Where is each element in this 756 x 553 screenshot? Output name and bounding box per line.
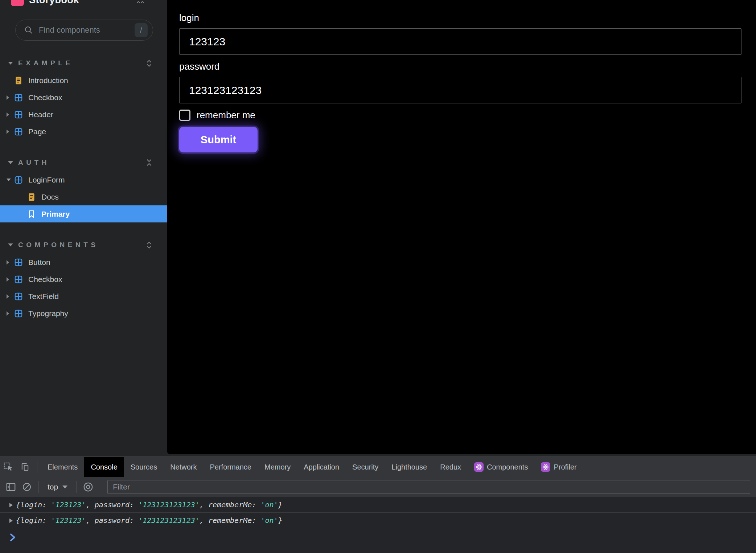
tab-console[interactable]: Console	[84, 457, 124, 477]
doc-icon	[27, 192, 36, 202]
console-prompt[interactable]	[0, 528, 756, 553]
section-title: COMPONENTS	[18, 241, 144, 249]
console-message[interactable]: {login: '123123', password: '12312312312…	[0, 497, 756, 513]
tab-security[interactable]: Security	[346, 457, 385, 477]
submit-button[interactable]: Submit	[179, 127, 258, 152]
inspect-cursor-icon	[3, 462, 13, 472]
sidebar-item-label: Page	[28, 127, 46, 136]
component-icon	[14, 309, 23, 318]
section-header-components[interactable]: COMPONENTS	[0, 236, 167, 254]
login-form: login password remember me Submit	[179, 12, 741, 152]
chevron-down-icon	[7, 179, 11, 181]
search-icon	[24, 26, 33, 34]
doc-icon	[14, 76, 23, 85]
sidebar-item-docs[interactable]: Docs	[0, 188, 167, 205]
sidebar-item-textfield[interactable]: TextField	[0, 288, 167, 305]
storybook-sidebar: Storybook Find components / EXAMPLE	[0, 0, 167, 456]
brand-name: Storybook	[29, 0, 79, 6]
chevron-right-icon	[7, 277, 9, 282]
remember-me-label: remember me	[197, 110, 255, 121]
component-icon	[14, 175, 23, 185]
sidebar-item-label: Typography	[28, 309, 68, 318]
tab-memory[interactable]: Memory	[258, 457, 297, 477]
chevron-down-icon	[8, 62, 13, 65]
sidebar-item-checkbox-example[interactable]: Checkbox	[0, 89, 167, 106]
expand-all-icon[interactable]	[144, 240, 154, 250]
chevron-down-icon	[8, 161, 13, 164]
tab-sources[interactable]: Sources	[124, 457, 164, 477]
search-placeholder: Find components	[39, 25, 135, 35]
password-label: password	[179, 61, 741, 72]
console-message-text: {login: '123123', password: '12312312312…	[16, 500, 283, 509]
chevron-right-icon	[7, 130, 9, 134]
devtools-tabbar: Elements Console Sources Network Perform…	[0, 457, 756, 477]
sidebar-item-primary-selected[interactable]: Primary	[0, 205, 167, 222]
show-console-sidebar-button[interactable]	[3, 482, 19, 492]
tab-lighthouse[interactable]: Lighthouse	[385, 457, 434, 477]
sidebar-item-checkbox-components[interactable]: Checkbox	[0, 271, 167, 288]
tab-elements[interactable]: Elements	[41, 457, 84, 477]
chevron-down-icon	[8, 243, 13, 246]
brand[interactable]: Storybook	[11, 0, 79, 7]
chevron-right-icon	[7, 260, 9, 265]
sidebar-item-button[interactable]: Button	[0, 254, 167, 271]
bookmark-icon	[27, 209, 36, 219]
section-title: AUTH	[18, 159, 144, 167]
live-expression-button[interactable]	[80, 482, 96, 492]
toggle-device-toolbar-button[interactable]	[17, 457, 33, 477]
section-title: EXAMPLE	[18, 59, 144, 67]
console-message[interactable]: {login: '123123', password: '12312312312…	[0, 513, 756, 528]
remember-me-checkbox[interactable]	[179, 110, 190, 121]
section-components: COMPONENTS Button Checkbox TextField	[0, 236, 167, 322]
tab-react-profiler[interactable]: Profiler	[534, 457, 583, 477]
sidebar-item-typography[interactable]: Typography	[0, 305, 167, 322]
story-canvas: login password remember me Submit	[167, 0, 756, 454]
chevron-right-icon	[7, 112, 9, 117]
inspect-element-button[interactable]	[0, 457, 17, 477]
component-icon	[14, 275, 23, 284]
javascript-context-dropdown[interactable]: top	[42, 483, 73, 491]
sidebar-item-label: Button	[28, 258, 50, 267]
component-icon	[14, 93, 23, 102]
tab-react-components[interactable]: Components	[468, 457, 534, 477]
expand-object-icon[interactable]	[9, 503, 13, 507]
prompt-chevron-icon	[7, 532, 18, 543]
expand-object-icon[interactable]	[9, 519, 13, 523]
brand-row: Storybook	[11, 0, 156, 7]
sidebar-item-label: Checkbox	[28, 93, 62, 102]
context-value: top	[48, 483, 58, 491]
tab-application[interactable]: Application	[297, 457, 346, 477]
chevron-down-icon	[62, 486, 67, 488]
clear-console-icon	[22, 482, 32, 492]
tab-redux[interactable]: Redux	[434, 457, 468, 477]
toolbar-separator	[37, 461, 37, 473]
sidebar-item-loginform[interactable]: LoginForm	[0, 171, 167, 188]
password-input[interactable]	[179, 77, 741, 103]
tab-performance[interactable]: Performance	[204, 457, 258, 477]
component-icon	[14, 292, 23, 301]
tab-network[interactable]: Network	[164, 457, 203, 477]
sidebar-item-introduction[interactable]: Introduction	[0, 72, 167, 89]
storybook-logo-icon	[11, 0, 24, 6]
sidebar-item-label: LoginForm	[28, 176, 65, 184]
sidebar-menu-icon[interactable]	[137, 0, 145, 3]
clear-console-button[interactable]	[19, 482, 35, 492]
login-label: login	[179, 12, 741, 24]
sidebar-item-page[interactable]: Page	[0, 123, 167, 140]
sidebar-item-header[interactable]: Header	[0, 106, 167, 123]
toolbar-separator	[100, 481, 100, 493]
eye-icon	[83, 482, 94, 492]
login-input[interactable]	[179, 28, 741, 55]
component-icon	[14, 258, 23, 267]
remember-me-row: remember me	[179, 110, 741, 121]
section-header-example[interactable]: EXAMPLE	[0, 54, 167, 72]
collapse-all-icon[interactable]	[144, 158, 154, 167]
section-header-auth[interactable]: AUTH	[0, 154, 167, 171]
sidebar-item-label: TextField	[28, 292, 59, 301]
console-sidebar-icon	[5, 482, 16, 492]
search-input[interactable]: Find components /	[15, 20, 153, 41]
sidebar-item-label: Primary	[41, 210, 70, 218]
sidebar-item-label: Header	[28, 110, 53, 119]
expand-all-icon[interactable]	[144, 58, 154, 68]
console-filter-input[interactable]	[107, 480, 750, 494]
